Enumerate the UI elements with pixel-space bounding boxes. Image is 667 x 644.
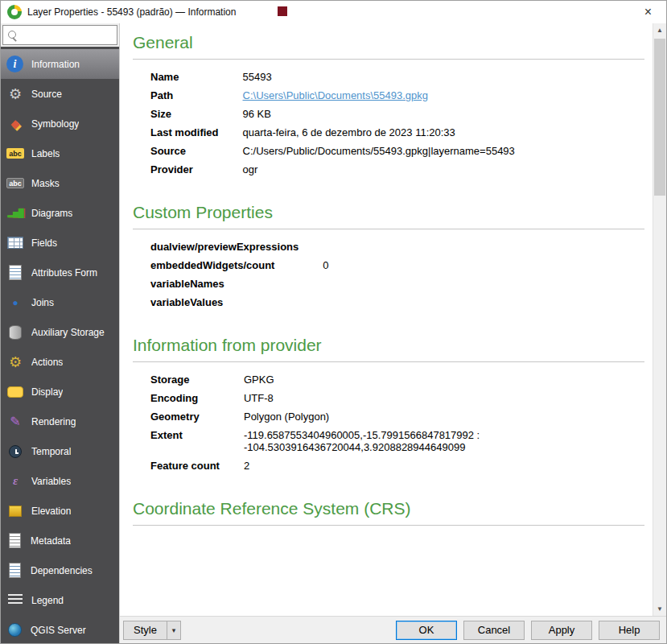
sidebar-item-joins[interactable]: ●Joins xyxy=(1,287,119,317)
content-sections: GeneralName55493PathC:\Users\Public\Docu… xyxy=(120,23,653,616)
sidebar-item-symbology[interactable]: ◆Symbology xyxy=(1,109,119,138)
property-value: 55493 xyxy=(243,68,515,86)
property-value-text: C:/Users/Public/Documents/55493.gpkg|lay… xyxy=(243,145,515,157)
property-row: Last modifiedquarta-feira, 6 de dezembro… xyxy=(150,123,515,142)
section-divider xyxy=(133,59,644,60)
section-divider xyxy=(133,525,644,526)
cancel-button[interactable]: Cancel xyxy=(463,621,525,640)
footer-buttons: OKCancelApplyHelp xyxy=(396,621,660,640)
section-heading: Information from provider xyxy=(133,336,644,355)
property-row: Extent-119.6587553404960005,-15.79915668… xyxy=(150,426,480,456)
masks-icon: abc xyxy=(6,178,24,188)
sidebar-item-dependencies[interactable]: Dependencies xyxy=(1,555,119,585)
sidebar-item-masks[interactable]: abcMasks xyxy=(1,168,119,198)
qgis-logo-icon xyxy=(7,5,22,19)
property-row: Size96 KB xyxy=(150,105,515,123)
dialog-footer: Style ▾ OKCancelApplyHelp xyxy=(120,616,666,643)
variables-icon: ε xyxy=(6,472,25,491)
sidebar-item-attributes-form[interactable]: Attributes Form xyxy=(1,258,119,287)
actions-icon: ⚙ xyxy=(6,353,25,372)
qgis-server-icon xyxy=(8,623,22,637)
sidebar-item-diagrams[interactable]: ▂▅█Diagrams xyxy=(1,198,119,228)
property-label: Storage xyxy=(150,370,244,389)
close-button[interactable]: × xyxy=(630,1,666,23)
source-icon: ⚙ xyxy=(6,85,25,104)
sidebar-item-metadata[interactable]: Metadata xyxy=(1,526,119,555)
property-row: PathC:\Users\Public\Documents\55493.gpkg xyxy=(150,86,515,105)
sidebar-item-source[interactable]: ⚙Source xyxy=(1,79,119,109)
property-value xyxy=(323,237,328,256)
property-row: SourceC:/Users/Public/Documents/55493.gp… xyxy=(150,142,515,160)
rendering-icon: ✎ xyxy=(6,412,25,431)
sidebar-item-label: Display xyxy=(31,386,63,398)
help-button[interactable]: Help xyxy=(599,621,660,640)
search-input[interactable] xyxy=(3,26,117,44)
sidebar-item-label: Legend xyxy=(31,595,64,606)
property-value-text: 2 xyxy=(244,460,249,472)
property-row: Providerogr xyxy=(150,160,515,179)
property-value-text: 96 KB xyxy=(243,108,271,120)
sidebar-item-label: Dependencies xyxy=(31,565,93,576)
property-row: Name55493 xyxy=(150,68,515,86)
property-row: variableValues xyxy=(150,293,328,312)
sidebar-item-variables[interactable]: εVariables xyxy=(1,466,119,496)
apply-button[interactable]: Apply xyxy=(531,621,592,640)
sidebar-item-information[interactable]: iInformation xyxy=(1,49,119,79)
style-dropdown-arrow[interactable]: ▾ xyxy=(167,621,181,640)
sidebar-item-rendering[interactable]: ✎Rendering xyxy=(1,407,119,436)
sidebar-item-auxiliary-storage[interactable]: Auxiliary Storage xyxy=(1,317,119,347)
section-general: GeneralName55493PathC:\Users\Public\Docu… xyxy=(133,33,644,179)
sidebar-item-legend[interactable]: Legend xyxy=(1,585,119,615)
sidebar-item-fields[interactable]: Fields xyxy=(1,228,119,258)
sidebar-item-label: Fields xyxy=(31,237,57,249)
display-icon xyxy=(7,386,23,398)
information-icon: i xyxy=(6,56,23,72)
property-row: StorageGPKG xyxy=(150,370,480,389)
sidebar-item-label: Symbology xyxy=(31,118,79,130)
scrollbar-track[interactable] xyxy=(653,37,666,602)
property-value: quarta-feira, 6 de dezembro de 2023 11:2… xyxy=(243,123,515,142)
section-divider xyxy=(133,361,644,362)
sidebar-item-labels[interactable]: abcLabels xyxy=(1,138,119,168)
scroll-up-icon: ▲ xyxy=(657,27,663,34)
property-value: UTF-8 xyxy=(244,389,480,407)
property-label: variableNames xyxy=(150,275,323,293)
property-value: Polygon (Polygon) xyxy=(244,407,480,426)
property-label: Geometry xyxy=(150,407,244,426)
style-button[interactable]: Style ▾ xyxy=(123,621,181,640)
sidebar-item-label: Information xyxy=(31,59,80,70)
property-label: dualview/previewExpressions xyxy=(150,237,323,256)
scroll-up-button[interactable]: ▲ xyxy=(653,23,666,37)
window-title: Layer Properties - 55493 (padrão) — Info… xyxy=(27,6,630,18)
sidebar-list: iInformation⚙Source◆SymbologyabcLabelsab… xyxy=(1,47,119,643)
labels-icon: abc xyxy=(6,148,24,159)
property-label: embeddedWidgets/count xyxy=(150,256,323,275)
property-label: Extent xyxy=(150,426,244,456)
attributes-form-icon xyxy=(9,265,22,280)
sidebar-item-temporal[interactable]: Temporal xyxy=(1,436,119,466)
scrollbar-thumb[interactable] xyxy=(654,39,665,196)
fields-icon xyxy=(7,237,23,249)
sidebar-item-actions[interactable]: ⚙Actions xyxy=(1,347,119,377)
sidebar-item-qgis-server[interactable]: QGIS Server xyxy=(1,615,119,643)
title-bar: Layer Properties - 55493 (padrão) — Info… xyxy=(1,1,666,23)
sidebar-item-elevation[interactable]: Elevation xyxy=(1,496,119,526)
ok-button[interactable]: OK xyxy=(396,621,457,640)
property-value: 0 xyxy=(323,256,328,275)
property-label: Encoding xyxy=(150,389,244,407)
sidebar-item-label: Elevation xyxy=(31,506,71,517)
sidebar-item-label: Masks xyxy=(31,178,60,189)
style-button-label[interactable]: Style xyxy=(123,621,167,640)
property-row: Feature count2 xyxy=(150,456,480,475)
property-label: Path xyxy=(150,86,243,105)
property-table: dualview/previewExpressionsembeddedWidge… xyxy=(150,237,328,312)
sidebar-item-label: Temporal xyxy=(31,446,71,457)
scroll-down-button[interactable]: ▼ xyxy=(653,602,666,616)
property-value-text: GPKG xyxy=(244,374,274,386)
section-custom-properties: Custom Propertiesdualview/previewExpress… xyxy=(133,203,644,312)
file-path-link[interactable]: C:\Users\Public\Documents\55493.gpkg xyxy=(243,89,429,101)
section-heading: Coordinate Reference System (CRS) xyxy=(133,499,644,518)
sidebar-item-display[interactable]: Display xyxy=(1,377,119,407)
dependencies-icon xyxy=(9,563,21,578)
vertical-scrollbar[interactable]: ▲ ▼ xyxy=(653,23,666,616)
